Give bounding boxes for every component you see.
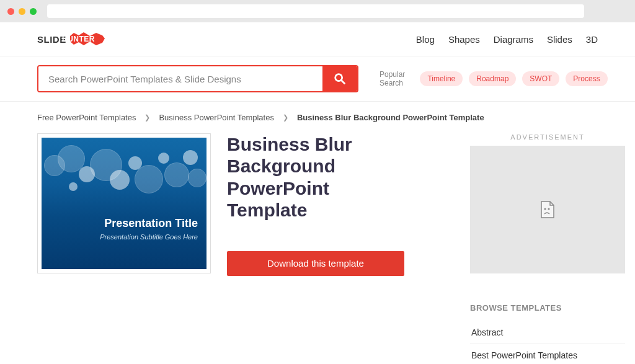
search-bar-row: Popular Search Timeline Roadmap SWOT Pro… bbox=[0, 56, 635, 102]
svg-point-0 bbox=[335, 74, 342, 81]
template-detail: Presentation Title Presentation Subtitle… bbox=[37, 133, 434, 364]
pill-roadmap[interactable]: Roadmap bbox=[469, 71, 516, 86]
chevron-right-icon: ❯ bbox=[144, 113, 150, 122]
broken-image-icon bbox=[540, 200, 556, 219]
preview-slide: Presentation Title Presentation Subtitle… bbox=[42, 138, 206, 269]
svg-line-1 bbox=[342, 81, 345, 84]
preview-title: Presentation Title bbox=[104, 217, 198, 230]
url-bar[interactable] bbox=[47, 4, 584, 18]
browse-templates-label: BROWSE TEMPLATES bbox=[470, 303, 625, 313]
crumb-category[interactable]: Business PowerPoint Templates bbox=[159, 113, 273, 122]
pill-timeline[interactable]: Timeline bbox=[420, 71, 463, 86]
breadcrumb: Free PowerPoint Templates ❯ Business Pow… bbox=[0, 102, 635, 128]
page-title: Business Blur Background PowerPoint Temp… bbox=[227, 133, 404, 221]
browser-chrome bbox=[0, 0, 635, 22]
site-header: SLIDE HUNTER Blog Shapes Diagrams Slides… bbox=[0, 22, 635, 56]
site-logo[interactable]: SLIDE HUNTER bbox=[37, 31, 107, 47]
pill-swot[interactable]: SWOT bbox=[522, 71, 559, 86]
category-best[interactable]: Best PowerPoint Templates bbox=[470, 344, 625, 364]
main-content: Presentation Title Presentation Subtitle… bbox=[0, 128, 635, 364]
chevron-right-icon: ❯ bbox=[283, 113, 288, 122]
preview-subtitle: Presentation Subtitle Goes Here bbox=[100, 233, 198, 241]
maximize-window-button[interactable] bbox=[30, 8, 37, 15]
nav-slides[interactable]: Slides bbox=[547, 34, 572, 45]
popular-search-label: Popular Search bbox=[380, 70, 405, 87]
crumb-current: Business Blur Background PowerPoint Temp… bbox=[297, 113, 484, 122]
template-preview[interactable]: Presentation Title Presentation Subtitle… bbox=[37, 133, 211, 273]
crumb-home[interactable]: Free PowerPoint Templates bbox=[37, 113, 136, 122]
nav-3d[interactable]: 3D bbox=[586, 34, 598, 45]
download-button[interactable]: Download this template bbox=[227, 251, 404, 276]
svg-point-2 bbox=[544, 208, 546, 210]
search-icon bbox=[333, 72, 347, 86]
popular-pills: Timeline Roadmap SWOT Process bbox=[420, 71, 607, 86]
search-input[interactable] bbox=[38, 66, 322, 91]
window-controls bbox=[7, 8, 37, 15]
sidebar: ADVERTISEMENT BROWSE TEMPLATES Abstract … bbox=[470, 133, 625, 364]
pill-process[interactable]: Process bbox=[566, 71, 607, 86]
svg-point-3 bbox=[548, 208, 549, 210]
logo-text-post: HUNTER bbox=[62, 35, 95, 43]
title-block: Business Blur Background PowerPoint Temp… bbox=[227, 133, 404, 276]
search-button[interactable] bbox=[322, 66, 357, 91]
minimize-window-button[interactable] bbox=[19, 8, 25, 15]
nav-shapes[interactable]: Shapes bbox=[448, 34, 480, 45]
nav-blog[interactable]: Blog bbox=[416, 34, 435, 45]
category-abstract[interactable]: Abstract bbox=[470, 321, 625, 344]
nav-diagrams[interactable]: Diagrams bbox=[494, 34, 533, 45]
main-nav: Blog Shapes Diagrams Slides 3D bbox=[416, 34, 598, 45]
ad-placeholder bbox=[470, 146, 625, 273]
close-window-button[interactable] bbox=[7, 8, 14, 15]
search-form bbox=[37, 65, 358, 92]
ad-label: ADVERTISEMENT bbox=[470, 133, 625, 141]
